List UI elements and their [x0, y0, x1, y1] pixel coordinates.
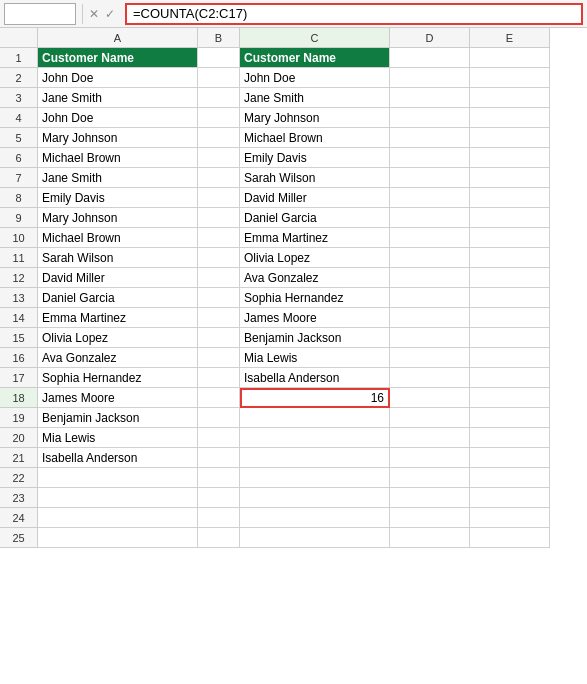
col-header-a[interactable]: A [38, 28, 198, 48]
cell-c10[interactable]: Emma Martinez [240, 228, 390, 248]
cell-a24[interactable] [38, 508, 198, 528]
cell-e24[interactable] [470, 508, 550, 528]
cell-e13[interactable] [470, 288, 550, 308]
cell-b3[interactable] [198, 88, 240, 108]
cell-b23[interactable] [198, 488, 240, 508]
col-header-e[interactable]: E [470, 28, 550, 48]
cell-e18[interactable] [470, 388, 550, 408]
cell-b6[interactable] [198, 148, 240, 168]
cell-b2[interactable] [198, 68, 240, 88]
cell-c21[interactable] [240, 448, 390, 468]
cell-a21[interactable]: Isabella Anderson [38, 448, 198, 468]
cell-d8[interactable] [390, 188, 470, 208]
cell-e21[interactable] [470, 448, 550, 468]
col-header-d[interactable]: D [390, 28, 470, 48]
cell-c23[interactable] [240, 488, 390, 508]
cell-e6[interactable] [470, 148, 550, 168]
cell-e19[interactable] [470, 408, 550, 428]
cell-d9[interactable] [390, 208, 470, 228]
cell-a23[interactable] [38, 488, 198, 508]
cell-b12[interactable] [198, 268, 240, 288]
cell-d11[interactable] [390, 248, 470, 268]
cell-d10[interactable] [390, 228, 470, 248]
cell-d20[interactable] [390, 428, 470, 448]
cell-a8[interactable]: Emily Davis [38, 188, 198, 208]
cell-a2[interactable]: John Doe [38, 68, 198, 88]
cell-c1[interactable]: Customer Name [240, 48, 390, 68]
cell-e25[interactable] [470, 528, 550, 548]
cell-a9[interactable]: Mary Johnson [38, 208, 198, 228]
cell-e16[interactable] [470, 348, 550, 368]
cell-c4[interactable]: Mary Johnson [240, 108, 390, 128]
cell-b7[interactable] [198, 168, 240, 188]
cell-b5[interactable] [198, 128, 240, 148]
cell-e17[interactable] [470, 368, 550, 388]
cell-c14[interactable]: James Moore [240, 308, 390, 328]
col-header-c[interactable]: C [240, 28, 390, 48]
cell-d13[interactable] [390, 288, 470, 308]
cell-d16[interactable] [390, 348, 470, 368]
cell-a10[interactable]: Michael Brown [38, 228, 198, 248]
cell-e10[interactable] [470, 228, 550, 248]
cell-c11[interactable]: Olivia Lopez [240, 248, 390, 268]
cell-b19[interactable] [198, 408, 240, 428]
cell-c25[interactable] [240, 528, 390, 548]
cell-c20[interactable] [240, 428, 390, 448]
cell-c22[interactable] [240, 468, 390, 488]
cell-d23[interactable] [390, 488, 470, 508]
cell-d14[interactable] [390, 308, 470, 328]
cell-d25[interactable] [390, 528, 470, 548]
cell-c17[interactable]: Isabella Anderson [240, 368, 390, 388]
cell-a5[interactable]: Mary Johnson [38, 128, 198, 148]
cell-c13[interactable]: Sophia Hernandez [240, 288, 390, 308]
col-header-b[interactable]: B [198, 28, 240, 48]
cell-e11[interactable] [470, 248, 550, 268]
cell-b15[interactable] [198, 328, 240, 348]
cell-a22[interactable] [38, 468, 198, 488]
cell-e23[interactable] [470, 488, 550, 508]
cell-a13[interactable]: Daniel Garcia [38, 288, 198, 308]
cell-d21[interactable] [390, 448, 470, 468]
cell-a20[interactable]: Mia Lewis [38, 428, 198, 448]
cell-a19[interactable]: Benjamin Jackson [38, 408, 198, 428]
cell-e8[interactable] [470, 188, 550, 208]
cell-b18[interactable] [198, 388, 240, 408]
cell-c8[interactable]: David Miller [240, 188, 390, 208]
cell-c16[interactable]: Mia Lewis [240, 348, 390, 368]
cell-a11[interactable]: Sarah Wilson [38, 248, 198, 268]
cell-d19[interactable] [390, 408, 470, 428]
cell-e9[interactable] [470, 208, 550, 228]
cell-b22[interactable] [198, 468, 240, 488]
cell-d2[interactable] [390, 68, 470, 88]
cell-c5[interactable]: Michael Brown [240, 128, 390, 148]
cell-b9[interactable] [198, 208, 240, 228]
cell-d24[interactable] [390, 508, 470, 528]
cell-c7[interactable]: Sarah Wilson [240, 168, 390, 188]
cell-a15[interactable]: Olivia Lopez [38, 328, 198, 348]
cell-e7[interactable] [470, 168, 550, 188]
cell-a16[interactable]: Ava Gonzalez [38, 348, 198, 368]
cell-b10[interactable] [198, 228, 240, 248]
cell-a12[interactable]: David Miller [38, 268, 198, 288]
cell-c24[interactable] [240, 508, 390, 528]
cell-c18[interactable]: 16 [240, 388, 390, 408]
cell-c15[interactable]: Benjamin Jackson [240, 328, 390, 348]
cell-c2[interactable]: John Doe [240, 68, 390, 88]
cell-d18[interactable] [390, 388, 470, 408]
cell-a25[interactable] [38, 528, 198, 548]
cell-d5[interactable] [390, 128, 470, 148]
cell-e4[interactable] [470, 108, 550, 128]
cell-e1[interactable] [470, 48, 550, 68]
cell-a1[interactable]: Customer Name [38, 48, 198, 68]
cell-e22[interactable] [470, 468, 550, 488]
cell-c6[interactable]: Emily Davis [240, 148, 390, 168]
cell-e14[interactable] [470, 308, 550, 328]
formula-input[interactable] [125, 3, 583, 25]
cell-a18[interactable]: James Moore [38, 388, 198, 408]
cell-b13[interactable] [198, 288, 240, 308]
cell-e20[interactable] [470, 428, 550, 448]
cell-b17[interactable] [198, 368, 240, 388]
cell-b24[interactable] [198, 508, 240, 528]
cell-b1[interactable] [198, 48, 240, 68]
cell-d3[interactable] [390, 88, 470, 108]
